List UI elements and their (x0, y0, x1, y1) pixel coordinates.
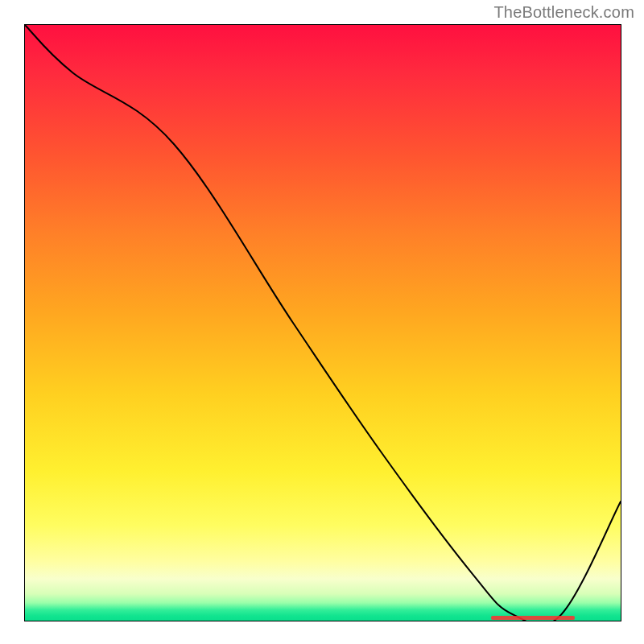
curve-layer (25, 25, 621, 621)
optimal-range-marker (491, 616, 575, 620)
watermark-text: TheBottleneck.com (493, 3, 634, 22)
bottleneck-curve-line (25, 25, 621, 621)
plot-area (24, 24, 621, 621)
chart-canvas: TheBottleneck.com (0, 0, 644, 644)
